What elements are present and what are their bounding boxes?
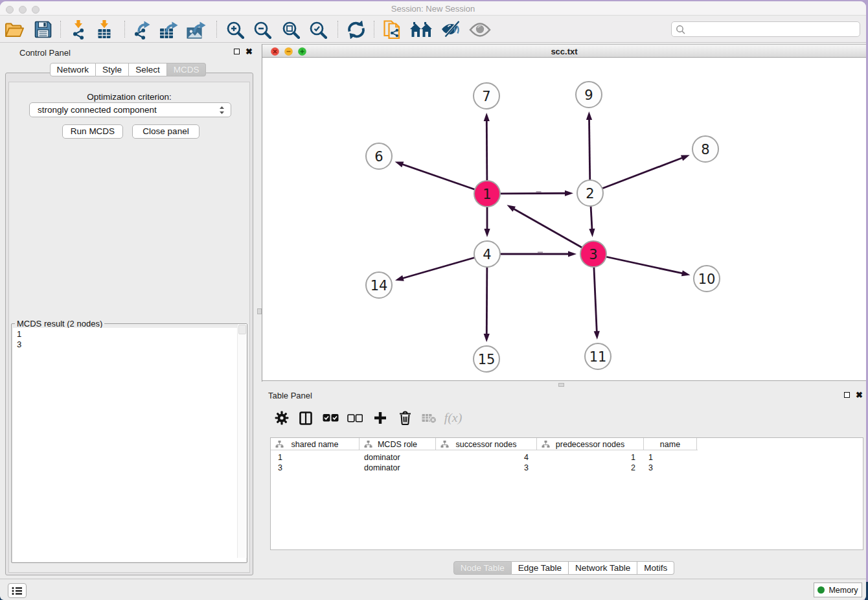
node-label-8: 8: [701, 142, 709, 157]
export-image-button[interactable]: [185, 19, 207, 40]
scrollbar-thumb[interactable]: [238, 325, 246, 334]
search-input[interactable]: [671, 21, 860, 37]
memory-status-dot: [817, 586, 825, 594]
zoom-selected-button[interactable]: [307, 19, 329, 40]
cell[interactable]: 3: [644, 463, 697, 473]
node-label-4: 4: [483, 247, 491, 262]
control-panel-title: Control Panel: [19, 48, 71, 58]
split-columns-button[interactable]: [295, 408, 316, 428]
control-panel-tabs: NetworkStyleSelectMCDS: [0, 63, 256, 76]
arrowhead-1-6: [395, 161, 404, 167]
column-label: name: [660, 440, 680, 449]
add-column-button[interactable]: [370, 408, 391, 428]
cell[interactable]: 1: [644, 452, 697, 463]
cell[interactable]: 3: [271, 463, 360, 473]
cell[interactable]: dominator: [360, 463, 436, 473]
optimization-select[interactable]: strongly connected component: [29, 102, 231, 117]
export-network-button[interactable]: [131, 19, 154, 40]
column-header-MCDS-role[interactable]: MCDS role: [360, 438, 436, 450]
cell[interactable]: 3: [436, 463, 537, 473]
column-header-shared-name[interactable]: shared name: [271, 438, 360, 450]
edge-3-10[interactable]: [593, 254, 683, 273]
refresh-button[interactable]: [345, 19, 367, 40]
tab-style[interactable]: Style: [96, 63, 129, 76]
settings-button[interactable]: [271, 408, 292, 428]
tab-edge-table[interactable]: Edge Table: [512, 561, 569, 575]
cell[interactable]: dominator: [360, 452, 436, 463]
save-session-icon: [34, 21, 52, 38]
app-window: Session: New Session: [0, 1, 866, 600]
close-panel-icon[interactable]: ✖: [246, 49, 253, 54]
table-float-icon[interactable]: [844, 392, 850, 398]
zoom-in-button[interactable]: [224, 19, 246, 40]
column-header-name[interactable]: name: [644, 438, 697, 450]
tab-mcds[interactable]: MCDS: [167, 63, 207, 76]
search-icon: [676, 25, 686, 35]
save-session-button[interactable]: [32, 19, 54, 40]
zoom-out-button[interactable]: [251, 19, 273, 40]
memory-button[interactable]: Memory: [814, 583, 862, 597]
delete-column-icon: [399, 411, 411, 425]
deselect-all-columns-icon: [347, 414, 363, 422]
toolbar-separator: [374, 21, 374, 38]
delete-column-button[interactable]: [394, 408, 415, 428]
toolbar-separator: [337, 21, 338, 38]
split-columns-icon: [299, 411, 312, 425]
tab-network-table[interactable]: Network Table: [569, 561, 637, 575]
export-table-button[interactable]: [157, 19, 179, 40]
tab-motifs[interactable]: Motifs: [637, 561, 674, 575]
table-row-2[interactable]: 3dominator323: [271, 463, 863, 473]
cell[interactable]: 1: [537, 452, 644, 463]
edge-2-8[interactable]: [590, 158, 683, 193]
edge-3-1[interactable]: [514, 209, 593, 254]
network-graph: 1234678910111415: [262, 58, 866, 381]
zoom-fit-button[interactable]: [280, 19, 302, 40]
network-view-titlebar[interactable]: scc.txt: [262, 44, 866, 58]
zoom-in-icon: [226, 21, 244, 39]
select-chevrons-icon: [218, 105, 225, 115]
delete-table-icon: [422, 413, 437, 423]
arrowhead-3-11: [594, 331, 600, 340]
refresh-icon: [347, 21, 366, 39]
cell[interactable]: 1: [271, 452, 360, 463]
show-all-button[interactable]: [469, 19, 491, 40]
horizontal-splitter-handle[interactable]: [558, 383, 564, 387]
select-all-columns-icon: [323, 413, 339, 422]
task-history-button[interactable]: [8, 583, 27, 598]
node-label-7: 7: [482, 89, 490, 104]
cell[interactable]: 4: [436, 452, 537, 463]
tab-node-table[interactable]: Node Table: [453, 561, 512, 575]
mcds-result-text[interactable]: 1 3: [13, 328, 246, 562]
cell[interactable]: 2: [537, 463, 644, 473]
column-header-predecessor-nodes[interactable]: predecessor nodes: [537, 438, 644, 450]
open-session-button[interactable]: [3, 19, 25, 40]
arrowhead-2-3: [589, 229, 595, 237]
table-row-1[interactable]: 1dominator411: [271, 452, 863, 463]
zoom-fit-icon: [282, 21, 300, 39]
import-network-button[interactable]: [67, 19, 89, 40]
function-builder-icon: f(x): [443, 410, 464, 426]
control-panel: Control Panel ✖ NetworkStyleSelectMCDS O…: [0, 43, 256, 579]
edge-label-mark: [536, 191, 542, 192]
select-all-columns-button[interactable]: [320, 408, 341, 428]
import-table-button[interactable]: [93, 19, 115, 40]
duplicate-network-button[interactable]: [381, 19, 403, 40]
mcds-result-scrollbar[interactable]: [237, 324, 247, 558]
first-neighbors-button[interactable]: [410, 19, 432, 40]
hide-selected-button[interactable]: [440, 19, 463, 40]
vertical-splitter-handle[interactable]: [257, 308, 262, 314]
close-panel-button[interactable]: Close panel: [132, 124, 200, 139]
column-header-successor-nodes[interactable]: successor nodes: [436, 438, 537, 450]
float-panel-icon[interactable]: [234, 49, 240, 54]
run-mcds-button[interactable]: Run MCDS: [62, 124, 123, 139]
memory-label: Memory: [828, 586, 858, 595]
deselect-all-columns-button[interactable]: [345, 408, 365, 428]
network-view-window: scc.txt 1234678910111415: [262, 44, 866, 382]
network-canvas[interactable]: 1234678910111415: [262, 58, 866, 381]
toolbar-separator: [216, 21, 217, 38]
table-close-icon[interactable]: ✖: [856, 392, 863, 398]
node-table: shared nameMCDS rolesuccessor nodesprede…: [270, 437, 863, 550]
tab-network[interactable]: Network: [50, 63, 97, 76]
window-titlebar[interactable]: Session: New Session: [0, 1, 866, 16]
tab-select[interactable]: Select: [129, 63, 167, 76]
